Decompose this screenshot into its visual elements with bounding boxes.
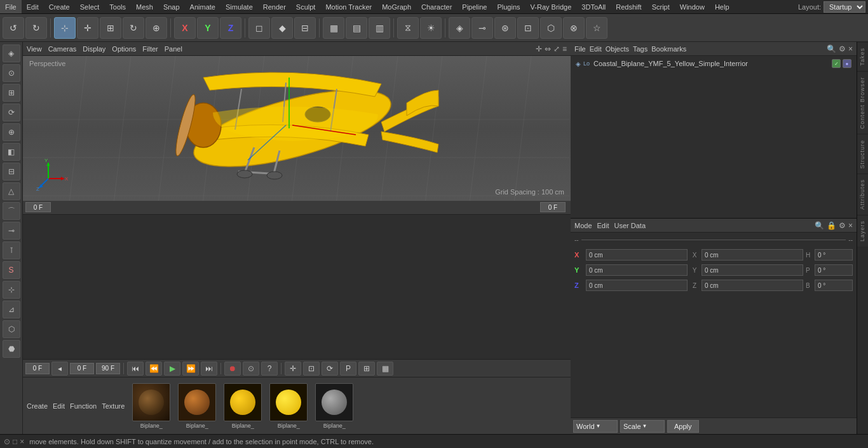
edge-tab-attributes[interactable]: Attributes [857,173,868,215]
attr-lock-icon[interactable]: 🔒 [827,221,836,230]
menu-snap[interactable]: Snap [158,0,185,13]
menu-pipeline[interactable]: Pipeline [457,0,492,13]
left-btn-12[interactable]: S [3,261,20,279]
timeline-current-input[interactable] [540,202,566,212]
menu-script[interactable]: Script [647,0,675,13]
attr-search-icon[interactable]: 🔍 [815,221,824,230]
obj-menu-file[interactable]: File [574,45,586,53]
menu-mesh[interactable]: Mesh [131,0,158,13]
vp-icon-cross[interactable]: ✛ [536,44,542,53]
left-btn-10[interactable]: ⊸ [3,222,20,240]
timeline-content[interactable] [23,215,571,360]
tl-btn-pivot[interactable]: P [340,362,356,376]
layout-select[interactable]: Startup [824,1,865,13]
edge-mode-button[interactable]: ⊟ [294,17,316,39]
menu-simulate[interactable]: Simulate [220,0,258,13]
z-axis-button[interactable]: Z [220,17,241,39]
vp-menu-panel[interactable]: Panel [165,45,182,53]
menu-create[interactable]: Create [44,0,75,13]
deformer-btn[interactable]: ⊡ [517,17,539,39]
left-btn-16[interactable]: ⬣ [3,340,20,358]
vp-icon-arrows[interactable]: ⇔ [545,44,551,53]
menu-tools[interactable]: Tools [104,0,131,13]
obj-gear-icon[interactable]: ⚙ [839,44,846,53]
obj-menu-objects[interactable]: Objects [606,45,629,53]
obj-badge-1[interactable]: ✓ [832,59,841,68]
nurbs-btn[interactable]: ⊛ [494,17,516,39]
attr-x1-input[interactable] [586,249,688,261]
obj-search-icon[interactable]: 🔍 [827,44,836,53]
tl-ctrl-preview-start[interactable] [70,363,94,374]
status-icon-square[interactable]: □ [13,437,17,446]
edge-tab-layers[interactable]: Layers [857,215,868,247]
render-btn-3[interactable]: ▥ [369,17,390,39]
left-btn-6[interactable]: ◧ [3,143,20,161]
attr-p-input[interactable] [815,264,853,276]
left-btn-11[interactable]: ⊺ [3,241,20,259]
tl-btn-grid[interactable]: ⊞ [358,362,375,376]
edge-tab-takes[interactable]: Takes [857,42,868,71]
undo-button[interactable]: ↺ [3,17,24,39]
attr-menu-mode[interactable]: Mode [574,222,592,229]
edge-tab-structure[interactable]: Structure [857,134,868,174]
tl-ctrl-arrow-left[interactable]: ◂ [51,362,68,376]
menu-redshift[interactable]: Redshift [611,0,646,13]
vp-menu-cameras[interactable]: Cameras [48,45,77,53]
light-btn[interactable]: ☀ [420,17,442,39]
material-item-1[interactable]: Biplane_ [130,383,173,429]
tl-btn-help[interactable]: ? [261,362,278,376]
menu-plugins[interactable]: Plugins [492,0,525,13]
tl-btn-record[interactable]: ⏺ [224,362,241,376]
mat-menu-function[interactable]: Function [70,402,97,410]
obj-menu-edit[interactable]: Edit [590,45,602,53]
mat-menu-create[interactable]: Create [27,402,48,410]
menu-3dtoall[interactable]: 3DToAll [576,0,611,13]
tl-btn-film[interactable]: ▦ [377,362,393,376]
attr-b-input[interactable] [815,280,853,291]
menu-help[interactable]: Help [710,0,735,13]
material-item-3[interactable]: Biplane_ [221,383,264,429]
tl-btn-next-frame[interactable]: ⏩ [182,362,199,376]
rotate-tool-button[interactable]: ↻ [123,17,144,39]
attr-z1-input[interactable] [586,280,688,291]
left-btn-2[interactable]: ⊙ [3,64,20,82]
menu-mograph[interactable]: MoGraph [377,0,416,13]
obj-menu-bookmarks[interactable]: Bookmarks [651,45,686,53]
attr-close-icon[interactable]: × [848,221,853,230]
left-btn-1[interactable]: ◈ [3,44,20,62]
menu-select[interactable]: Select [75,0,105,13]
select-tool-button[interactable]: ⊹ [54,17,76,39]
render-btn-2[interactable]: ▤ [346,17,367,39]
polygon-btn[interactable]: ◈ [449,17,470,39]
left-btn-15[interactable]: ⬡ [3,320,20,338]
move-tool-button[interactable]: ✛ [77,17,98,39]
tl-btn-scale-keys[interactable]: ⊡ [303,362,320,376]
point-mode-button[interactable]: ◆ [271,17,293,39]
spline-btn[interactable]: ⊸ [471,17,493,39]
mat-menu-texture[interactable]: Texture [102,402,125,410]
mat-menu-edit[interactable]: Edit [53,402,65,410]
menu-motion-tracker[interactable]: Motion Tracker [320,0,377,13]
vp-menu-filter[interactable]: Filter [142,45,158,53]
vp-menu-options[interactable]: Options [112,45,136,53]
status-icon-circle[interactable]: ⊙ [4,437,10,446]
redo-button[interactable]: ↻ [25,17,47,39]
tl-btn-skip-start[interactable]: ⏮ [127,362,144,376]
render-btn-1[interactable]: ▦ [323,17,344,39]
left-btn-9[interactable]: ⌒ [3,202,20,220]
edge-tab-content-browser[interactable]: Content Browser [857,71,868,134]
left-btn-7[interactable]: ⊟ [3,163,20,180]
y-axis-button[interactable]: Y [197,17,219,39]
attr-h-input[interactable] [815,249,853,261]
scale-tool-button[interactable]: ⊞ [100,17,121,39]
menu-window[interactable]: Window [675,0,710,13]
obj-menu-tags[interactable]: Tags [633,45,648,53]
terrain-btn[interactable]: ⊗ [563,17,585,39]
material-item-5[interactable]: Biplane_ [313,383,356,429]
tl-btn-move[interactable]: ✛ [285,362,301,376]
left-btn-5[interactable]: ⊕ [3,123,20,141]
status-icon-close[interactable]: × [20,437,24,446]
left-btn-4[interactable]: ⟳ [3,104,20,121]
menu-edit[interactable]: Edit [22,0,44,13]
tl-btn-play[interactable]: ▶ [164,362,180,376]
